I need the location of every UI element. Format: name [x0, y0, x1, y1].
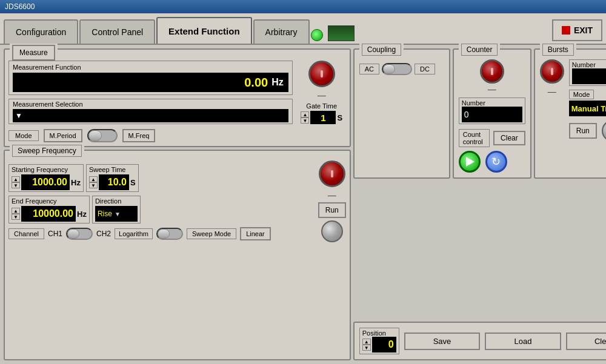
ac-button[interactable]: AC: [359, 64, 379, 74]
bursts-label: Bursts: [542, 44, 574, 56]
exit-label: EXIT: [574, 25, 593, 35]
exit-red-icon: [562, 26, 570, 35]
m-freq-button[interactable]: M.Freq: [122, 129, 156, 142]
bursts-number-box: Number 5: [569, 59, 606, 86]
starting-freq-up[interactable]: ▲: [12, 176, 20, 182]
gate-time-value[interactable]: 1: [310, 111, 336, 124]
counter-refresh-button[interactable]: ↻: [485, 151, 507, 173]
measurement-function-label: Measurement Function: [13, 64, 288, 71]
position-down[interactable]: ▼: [362, 345, 371, 351]
end-freq-value: 10000.00: [33, 208, 73, 219]
sweep-silver-knob[interactable]: [321, 220, 343, 242]
sweep-panel-title: Sweep Frequency: [10, 145, 84, 157]
coupling-toggle[interactable]: [382, 63, 412, 75]
end-freq-field: ▲ ▼ 10000.00 Hz: [12, 206, 87, 222]
starting-freq-value: 1000.00: [32, 177, 67, 188]
m-period-button[interactable]: M.Period: [44, 129, 82, 142]
channel-sweep-mode-row: Channel CH1 CH2 Logarithm Sweep Mode Lin…: [8, 227, 271, 240]
position-up[interactable]: ▲: [362, 339, 371, 345]
position-label: Position: [362, 329, 396, 337]
right-panel: Coupling AC DC Counter —: [353, 48, 606, 360]
sweep-time-lcd: 10.0: [99, 174, 129, 190]
mode-toggle[interactable]: [87, 129, 118, 142]
gate-time-down[interactable]: ▼: [301, 117, 309, 124]
ch2-label: CH2: [96, 230, 111, 238]
tab-configuration[interactable]: Configuration: [4, 19, 78, 44]
position-spinners: ▲ ▼: [362, 339, 371, 351]
bursts-number-lcd: 5: [572, 68, 606, 84]
coupling-label: Coupling: [362, 44, 401, 56]
bursts-silver-knob[interactable]: [602, 120, 606, 142]
sweep-time-unit: S: [130, 178, 136, 187]
sweep-frequency-label: Sweep Frequency: [12, 145, 82, 157]
exit-button[interactable]: EXIT: [552, 19, 602, 41]
tab-control-panel[interactable]: Control Panel: [79, 19, 155, 44]
dc-button[interactable]: DC: [415, 64, 435, 74]
bursts-mode-dropdown[interactable]: Manual Trig ▼: [569, 101, 606, 116]
signal-display: [328, 25, 355, 41]
bursts-run-row: Run: [569, 120, 606, 142]
end-freq-label: End Frequency: [12, 197, 87, 205]
tabs-area: Configuration Control Panel Extend Funct…: [0, 13, 606, 45]
measure-button[interactable]: Measure: [12, 45, 55, 61]
direction-dropdown[interactable]: Rise ▼: [95, 206, 138, 222]
coupling-panel: Coupling AC DC: [353, 48, 450, 179]
gate-time-label: Gate Time: [301, 102, 342, 110]
ch1-toggle[interactable]: [66, 228, 93, 240]
linear-button[interactable]: Linear: [240, 227, 271, 240]
counter-number-box: Number 0: [459, 98, 525, 124]
measure-power-knob[interactable]: [308, 61, 335, 87]
end-freq-up[interactable]: ▲: [12, 208, 20, 214]
starting-freq-down[interactable]: ▼: [12, 182, 20, 188]
position-clear-button[interactable]: Clear: [566, 333, 606, 350]
status-indicator: [311, 29, 323, 41]
sweep-power-knob[interactable]: [319, 160, 345, 187]
bursts-run-button[interactable]: Run: [569, 123, 597, 139]
counter-clear-button[interactable]: Clear: [493, 131, 525, 145]
direction-arrow: ▼: [115, 211, 121, 217]
sweep-run-button[interactable]: Run: [318, 202, 346, 218]
tab-extend-function[interactable]: Extend Function: [156, 17, 252, 44]
counter-play-button[interactable]: [459, 151, 481, 173]
sweep-knob-minus: —: [328, 190, 336, 200]
counter-number-lcd: 0: [462, 107, 522, 122]
counter-power-knob[interactable]: [480, 59, 504, 84]
ch1-label: CH1: [48, 230, 62, 238]
end-freq-down[interactable]: ▼: [12, 214, 20, 220]
counter-action-row: ↻: [459, 151, 525, 173]
gate-time-up[interactable]: ▲: [301, 111, 309, 117]
tab-arbitrary[interactable]: Arbitrary: [253, 19, 310, 44]
position-lcd: 0: [372, 337, 396, 352]
measurement-selection-dropdown[interactable]: ▼: [13, 109, 288, 122]
sweep-time-up[interactable]: ▲: [89, 176, 98, 182]
knob-minus: —: [318, 90, 326, 100]
measure-panel-title: Measure: [10, 44, 58, 61]
position-value: 0: [388, 339, 394, 350]
channel-label: Channel: [8, 228, 44, 239]
sweep-time-spinners: ▲ ▼: [89, 176, 98, 188]
sweep-time-field: ▲ ▼ 10.0 S: [89, 174, 136, 190]
mode-row: Mode M.Period M.Freq: [8, 129, 293, 142]
bursts-panel-title: Bursts: [540, 44, 576, 56]
direction-value: Rise: [98, 210, 112, 218]
sweep-time-value: 10.0: [108, 177, 127, 188]
bursts-mode-value: Manual Trig: [571, 104, 606, 113]
bursts-mode-label: Mode: [569, 90, 594, 99]
end-freq-unit: Hz: [77, 210, 87, 219]
end-freq-row: End Frequency ▲ ▼ 10000.00 Hz: [8, 196, 271, 223]
counter-panel-title: Counter: [459, 44, 501, 56]
gate-time-field: ▲ ▼ 1 S: [301, 111, 342, 124]
sweep-mode-toggle[interactable]: [156, 228, 183, 240]
left-panel: Measure Measurement Function 0.00 Hz: [4, 48, 351, 360]
ch1-toggle-handle: [67, 229, 79, 239]
refresh-icon: ↻: [491, 155, 501, 168]
end-freq-lcd: 10000.00: [21, 206, 76, 222]
counter-power-area: —: [459, 59, 525, 94]
load-button[interactable]: Load: [485, 333, 561, 350]
save-button[interactable]: Save: [404, 333, 481, 350]
starting-freq-row: Starting Frequency ▲ ▼ 1000.00 Hz: [8, 164, 271, 192]
bursts-power-knob[interactable]: [540, 59, 564, 84]
sweep-mode-label: Sweep Mode: [187, 228, 236, 239]
gate-time-section: Gate Time ▲ ▼ 1 S: [301, 102, 342, 124]
sweep-time-down[interactable]: ▼: [89, 182, 98, 188]
